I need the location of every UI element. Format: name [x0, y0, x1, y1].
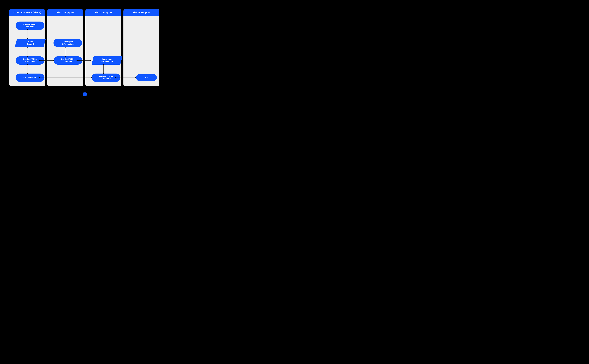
- node-close-incident-label: Close Incident: [23, 77, 36, 79]
- node-t2-resolved: Resolved Within Threshold: [54, 56, 82, 65]
- lane-tier2: Tier 2 Support: [47, 9, 83, 86]
- node-log-classify-label: Log & Classify Incident: [23, 23, 36, 28]
- node-t2-resolved-label: Resolved Within Threshold: [60, 58, 75, 63]
- node-initial-support: Initial Support: [15, 39, 46, 47]
- lane-tier3-title: Tier 3 Support: [85, 9, 121, 16]
- node-t3-investigate: Investigate & Remediate: [92, 56, 122, 65]
- lane-tiern-title: Tier N Support: [123, 9, 159, 16]
- node-close-incident: Close Incident: [16, 73, 44, 82]
- node-etc: Etc.: [135, 74, 158, 81]
- diagram-stage: IT Service Desk (Tier 1) Tier 2 Support …: [0, 0, 170, 98]
- node-initial-support-label: Initial Support: [27, 41, 34, 45]
- scribble-icon: [83, 92, 87, 96]
- node-t3-resolved-label: Resolved Within Threshold: [99, 75, 113, 80]
- node-t3-investigate-label: Investigate & Remediate: [101, 58, 113, 63]
- node-etc-label: Etc.: [145, 77, 148, 79]
- lane-tier2-title: Tier 2 Support: [47, 9, 83, 16]
- lane-tier1-title: IT Service Desk (Tier 1): [9, 9, 45, 16]
- node-resolved-question-label: Resolved Within Threshold?: [23, 58, 37, 63]
- node-t2-investigate-label: Investigate & Remediate: [62, 41, 74, 45]
- node-t3-resolved: Resolved Within Threshold: [92, 73, 120, 82]
- node-resolved-question: Resolved Within Threshold?: [16, 56, 44, 65]
- node-t2-investigate: Investigate & Remediate: [54, 39, 82, 47]
- node-log-classify: Log & Classify Incident: [16, 21, 44, 30]
